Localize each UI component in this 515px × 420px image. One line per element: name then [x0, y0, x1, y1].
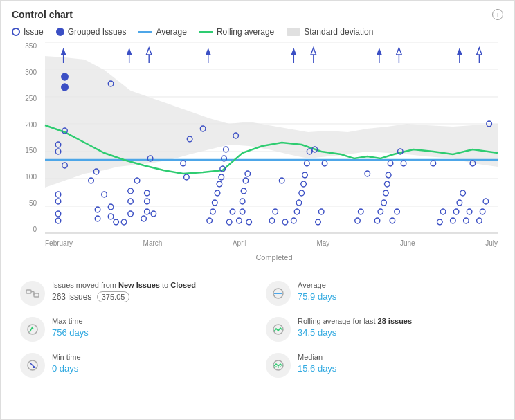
- data-point: [128, 211, 134, 217]
- data-point: [128, 199, 134, 204]
- info-icon[interactable]: i: [492, 9, 503, 20]
- data-point: [395, 209, 400, 214]
- average-line-icon: [138, 31, 152, 33]
- data-point: [378, 209, 383, 214]
- stat-median-label: Median: [298, 353, 495, 361]
- up-arrow-hollow: [397, 48, 402, 55]
- stat-min-label: Min time: [52, 353, 249, 361]
- data-point: [55, 211, 61, 217]
- stat-rolling-avg: Rolling average for last 28 issues 34.5 …: [258, 311, 503, 347]
- up-arrow: [377, 48, 382, 55]
- flow-icon: [20, 281, 45, 306]
- y-tick-300: 300: [25, 69, 37, 76]
- rolling-icon: [266, 317, 291, 342]
- max-icon: [20, 317, 45, 342]
- up-arrow: [127, 48, 132, 55]
- chart-title: Control chart: [12, 9, 73, 20]
- data-point-grouped: [62, 73, 69, 80]
- data-point: [55, 199, 61, 204]
- data-point: [401, 161, 406, 166]
- data-point-grouped: [62, 84, 69, 91]
- data-point: [55, 218, 61, 223]
- stat-avg-value: 75.9 days: [298, 291, 495, 302]
- issue-circle-icon: [12, 28, 20, 36]
- min-icon: [20, 353, 45, 378]
- stddev-box-icon: [287, 28, 300, 36]
- legend-item-grouped[interactable]: Grouped Issues: [56, 27, 127, 37]
- x-tick-jul: July: [485, 239, 498, 247]
- data-point: [226, 219, 232, 225]
- data-point: [151, 211, 156, 217]
- stat-min-content: Min time 0 days: [52, 353, 249, 374]
- chart-area: 350 300 250 200 150 100 50 0: [12, 42, 503, 250]
- up-arrow: [206, 48, 211, 55]
- data-point: [141, 216, 147, 221]
- data-point: [296, 200, 302, 206]
- data-point: [451, 218, 456, 223]
- data-point: [108, 214, 114, 219]
- std-dev-area: [45, 56, 498, 188]
- data-point: [184, 174, 190, 180]
- up-arrow-hollow: [146, 48, 152, 55]
- data-point: [95, 216, 100, 221]
- x-tick-apr: April: [233, 239, 246, 247]
- stat-min-value: 0 days: [52, 363, 249, 374]
- grouped-circle-icon: [56, 28, 64, 36]
- stat-rolling-content: Rolling average for last 28 issues 34.5 …: [298, 317, 495, 338]
- stat-max-content: Max time 756 days: [52, 317, 249, 338]
- data-point: [237, 218, 242, 223]
- data-point: [316, 219, 321, 225]
- y-tick-50: 50: [29, 199, 37, 207]
- data-point: [390, 218, 395, 223]
- legend-label-grouped: Grouped Issues: [68, 27, 127, 37]
- chart-svg: [45, 42, 498, 233]
- data-point: [102, 192, 107, 197]
- issues-badge: 375.05: [97, 291, 130, 302]
- data-point: [453, 209, 459, 214]
- data-point: [388, 161, 393, 166]
- chart-inner: February March April May June July: [45, 42, 498, 233]
- svg-rect-10: [34, 293, 39, 297]
- stat-avg-content: Average 75.9 days: [298, 281, 495, 302]
- legend-item-issue[interactable]: Issue: [12, 27, 44, 37]
- data-point: [269, 218, 275, 223]
- data-point: [219, 174, 224, 180]
- data-point: [365, 171, 370, 176]
- data-point: [240, 199, 245, 204]
- data-point: [291, 218, 297, 223]
- legend-item-stddev[interactable]: Standard deviation: [287, 27, 373, 37]
- stat-issues-moved: Issues moved from New Issues to Closed 2…: [12, 275, 258, 311]
- data-point: [374, 218, 380, 223]
- data-point: [358, 209, 363, 214]
- data-point: [440, 209, 446, 214]
- data-point: [114, 219, 119, 225]
- up-arrow: [291, 48, 297, 55]
- data-point: [305, 161, 310, 166]
- chart-legend: Issue Grouped Issues Average Rolling ave…: [12, 27, 503, 37]
- legend-label-rolling: Rolling average: [217, 27, 274, 37]
- legend-item-rolling[interactable]: Rolling average: [199, 27, 274, 37]
- up-arrow: [61, 48, 66, 55]
- stat-median-content: Median 15.6 days: [298, 353, 495, 374]
- up-arrow-hollow: [477, 48, 482, 55]
- stat-issues-label: Issues moved from New Issues to Closed: [52, 281, 249, 289]
- data-point: [301, 181, 307, 187]
- data-point: [294, 209, 300, 214]
- stat-issues-content: Issues moved from New Issues to Closed 2…: [52, 281, 249, 302]
- legend-label-stddev: Standard deviation: [304, 27, 373, 37]
- data-point: [108, 204, 114, 210]
- svg-rect-9: [26, 290, 31, 293]
- data-point: [145, 209, 150, 214]
- avg-icon: [266, 281, 291, 306]
- data-point: [145, 190, 150, 196]
- rolling-line-icon: [199, 31, 213, 33]
- control-chart-container: Control chart i Issue Grouped Issues Ave…: [0, 0, 515, 420]
- legend-item-average[interactable]: Average: [138, 27, 186, 37]
- stat-median-value: 15.6 days: [298, 363, 495, 374]
- stat-max-label: Max time: [52, 317, 249, 325]
- data-point: [282, 219, 288, 225]
- data-point: [467, 209, 472, 214]
- stat-rolling-value: 34.5 days: [298, 327, 495, 338]
- data-point: [483, 199, 489, 204]
- data-point: [210, 209, 216, 214]
